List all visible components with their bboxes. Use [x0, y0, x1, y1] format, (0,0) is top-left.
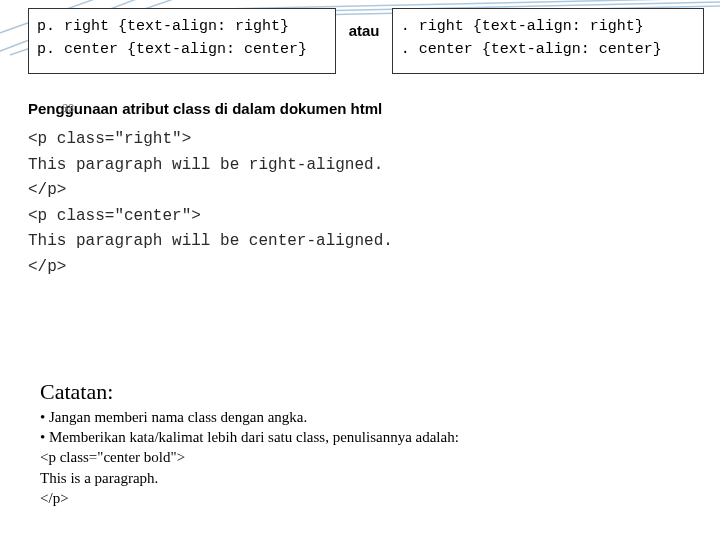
notes-section: Catatan: • Jangan memberi nama class den… [40, 379, 690, 508]
code-line: <p class="center"> [28, 207, 201, 225]
notes-title: Catatan: [40, 379, 690, 405]
code-line: </p> [28, 181, 66, 199]
code-line: . center {text-align: center} [401, 41, 662, 58]
note-bullet: • Memberikan kata/kalimat lebih dari sat… [40, 427, 690, 447]
note-code-line: This is a paragraph. [40, 468, 690, 488]
code-line: p. center {text-align: center} [37, 41, 307, 58]
note-bullet: • Jangan memberi nama class dengan angka… [40, 407, 690, 427]
page-number: 33 [62, 102, 74, 114]
html-usage-example: <p class="right"> This paragraph will be… [28, 127, 710, 281]
code-line: <p class="right"> [28, 130, 191, 148]
css-box-class-only: . right {text-align: right} . center {te… [392, 8, 704, 74]
css-definition-row: p. right {text-align: right} p. center {… [28, 8, 710, 74]
code-line: p. right {text-align: right} [37, 18, 289, 35]
code-line: This paragraph will be center-aligned. [28, 232, 393, 250]
css-box-element-class: p. right {text-align: right} p. center {… [28, 8, 336, 74]
note-code-line: </p> [40, 488, 690, 508]
code-line: </p> [28, 258, 66, 276]
slide-content: p. right {text-align: right} p. center {… [28, 8, 710, 281]
or-label: atau [344, 8, 383, 39]
notes-body: • Jangan memberi nama class dengan angka… [40, 407, 690, 508]
section-title: Penggunaan atribut class di dalam dokume… [28, 100, 710, 117]
code-line: . right {text-align: right} [401, 18, 644, 35]
note-code-line: <p class="center bold"> [40, 447, 690, 467]
code-line: This paragraph will be right-aligned. [28, 156, 383, 174]
